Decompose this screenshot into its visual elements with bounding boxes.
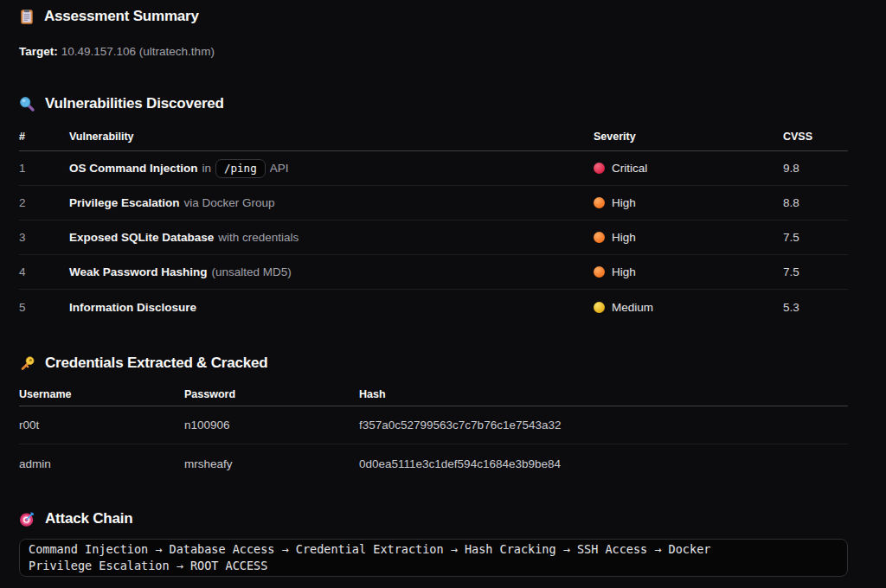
- table-row: 4 Weak Password Hashing (unsalted MD5) H…: [19, 255, 848, 290]
- severity-label: High: [612, 231, 636, 244]
- col-header-cvss: CVSS: [783, 131, 848, 143]
- key-icon: [19, 355, 35, 372]
- vulnerabilities-table-header: # Vulnerability Severity CVSS: [19, 123, 848, 151]
- magnifier-icon: [19, 96, 35, 112]
- vuln-name: Information Disclosure: [69, 301, 196, 314]
- vulnerabilities-heading: Vulnerabilities Discovered: [45, 94, 224, 113]
- page-title: Assessment Summary: [44, 7, 199, 26]
- credential-username: r00t: [19, 419, 184, 431]
- vuln-detail: via Docker Group: [184, 196, 275, 209]
- severity-label: High: [612, 265, 636, 278]
- credential-hash: f357a0c52799563c7c7b76c1e7543a32: [359, 419, 848, 431]
- col-header-num: #: [19, 131, 69, 143]
- table-row: 2 Privilege Escalation via Docker Group …: [19, 186, 848, 220]
- table-row: 5 Information Disclosure Medium 5.3: [19, 290, 848, 324]
- severity-dot: [594, 197, 605, 208]
- credential-password: n100906: [184, 419, 359, 431]
- vulnerabilities-section: Vulnerabilities Discovered # Vulnerabili…: [19, 94, 848, 324]
- report-title-row: Assessment Summary: [19, 7, 848, 26]
- cvss-score: 5.3: [783, 301, 848, 314]
- vulnerabilities-table: # Vulnerability Severity CVSS 1 OS Comma…: [19, 123, 848, 324]
- credentials-table-header: Username Password Hash: [19, 382, 848, 406]
- severity-label: Critical: [612, 162, 647, 175]
- vuln-detail: in: [202, 162, 212, 175]
- credentials-table: Username Password Hash r00t n100906 f357…: [19, 382, 848, 483]
- vuln-num: 5: [19, 301, 69, 314]
- table-row: r00t n100906 f357a0c52799563c7c7b76c1e75…: [19, 406, 848, 444]
- vuln-num: 3: [19, 231, 69, 244]
- vuln-name: Exposed SQLite Database: [69, 231, 214, 244]
- vuln-name: OS Command Injection: [69, 162, 198, 175]
- credentials-heading: Credentials Extracted & Cracked: [45, 354, 267, 373]
- table-row: 1 OS Command Injection in /ping API Crit…: [19, 151, 848, 186]
- col-header-username: Username: [19, 388, 184, 400]
- col-header-hash: Hash: [359, 388, 848, 400]
- attack-chain-line: Command Injection → Database Access → Cr…: [29, 541, 838, 558]
- col-header-vulnerability: Vulnerability: [69, 131, 594, 143]
- clipboard-icon: [19, 9, 35, 25]
- table-row: 3 Exposed SQLite Database with credentia…: [19, 220, 848, 255]
- credential-password: mrsheafy: [184, 457, 359, 470]
- table-row: admin mrsheafy 0d0ea5111e3c1def594c1684e…: [19, 444, 848, 483]
- target-line: Target:10.49.157.106 (ultratech.thm): [19, 44, 848, 60]
- cvss-score: 7.5: [783, 265, 848, 278]
- attack-chain-code: Command Injection → Database Access → Cr…: [19, 539, 848, 577]
- credentials-section: Credentials Extracted & Cracked Username…: [19, 354, 848, 483]
- cvss-score: 9.8: [783, 162, 848, 175]
- severity-label: Medium: [612, 301, 653, 314]
- vuln-num: 4: [19, 265, 69, 278]
- vuln-num: 1: [19, 162, 69, 175]
- severity-dot: [594, 163, 605, 174]
- target-label: Target:: [19, 45, 58, 58]
- target-value: 10.49.157.106 (ultratech.thm): [61, 45, 215, 58]
- attack-chain-heading: Attack Chain: [45, 509, 133, 528]
- severity-dot: [594, 232, 605, 243]
- cvss-score: 8.8: [783, 196, 848, 209]
- col-header-password: Password: [184, 388, 359, 400]
- credentials-heading-row: Credentials Extracted & Cracked: [19, 354, 848, 373]
- attack-chain-heading-row: Attack Chain: [19, 509, 848, 528]
- vuln-name: Privilege Escalation: [69, 196, 180, 209]
- col-header-severity: Severity: [594, 131, 783, 143]
- vuln-detail: (unsalted MD5): [212, 265, 292, 278]
- assessment-report: Assessment Summary Target:10.49.157.106 …: [0, 0, 886, 577]
- credential-username: admin: [19, 457, 184, 470]
- vuln-num: 2: [19, 196, 69, 209]
- dart-target-icon: [19, 511, 35, 527]
- attack-chain-section: Attack Chain Command Injection → Databas…: [19, 509, 848, 577]
- severity-dot: [594, 266, 605, 278]
- vuln-detail-tail: API: [270, 162, 289, 175]
- vuln-detail: with credentials: [218, 231, 299, 244]
- cvss-score: 7.5: [783, 231, 848, 244]
- attack-chain-line: Privilege Escalation → ROOT ACCESS: [29, 558, 838, 574]
- severity-dot: [594, 302, 605, 313]
- credential-hash: 0d0ea5111e3c1def594c1684e3b9be84: [359, 457, 848, 470]
- severity-label: High: [612, 196, 636, 209]
- vulnerabilities-heading-row: Vulnerabilities Discovered: [19, 94, 848, 113]
- vuln-name: Weak Password Hashing: [69, 265, 208, 278]
- code-chip: /ping: [215, 159, 266, 178]
